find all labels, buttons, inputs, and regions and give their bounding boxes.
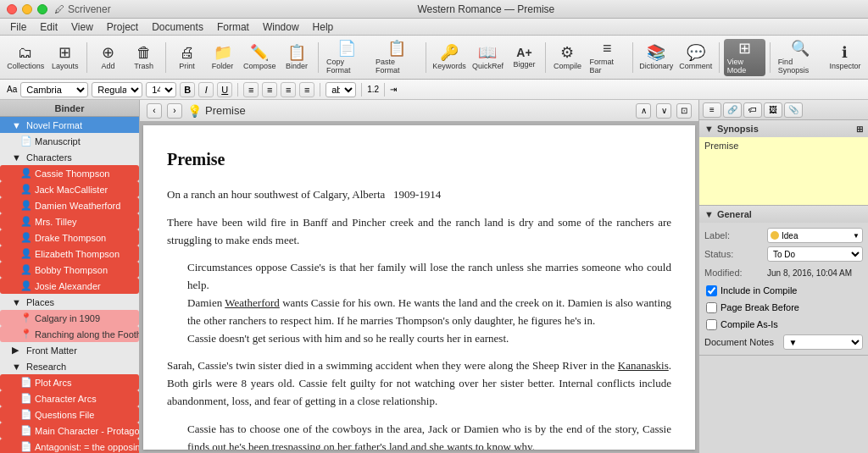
include-compile-checkbox[interactable] (706, 285, 717, 296)
align-right-button[interactable]: ≡ (281, 82, 296, 97)
synopsis-options-button[interactable]: ⊞ (856, 124, 863, 134)
italic-button[interactable]: I (198, 82, 214, 97)
editor-content[interactable]: Premise On a ranch an hour southwest of … (143, 125, 695, 450)
nav-forward-button[interactable]: › (167, 103, 182, 119)
premise-icon: 💡 (187, 104, 202, 118)
traffic-lights[interactable] (7, 4, 47, 14)
binder-item-ranching[interactable]: 📍 Ranching along the Foothils... (0, 326, 139, 342)
add-button[interactable]: ⊕ Add (92, 39, 125, 76)
align-justify-button[interactable]: ≡ (299, 82, 314, 97)
binder-item-elizabeth[interactable]: 👤 Elizabeth Thompson (0, 246, 139, 262)
close-button[interactable] (7, 4, 17, 14)
synopsis-content[interactable]: Premise (699, 137, 868, 205)
inspector-image-button[interactable]: 🖼 (764, 102, 782, 118)
binder-item-questions[interactable]: 📄 Questions File (0, 406, 139, 423)
synopsis-collapse-icon[interactable]: ▼ (704, 124, 714, 134)
binder-button[interactable]: 📋 Binder (280, 39, 314, 76)
menu-project[interactable]: Project (100, 21, 145, 33)
folder-button[interactable]: 📁 Folder (206, 39, 240, 76)
page-break-checkbox[interactable] (706, 302, 717, 313)
layouts-icon: ⊞ (58, 45, 71, 60)
quickref-button[interactable]: 📖 QuickRef (470, 39, 505, 76)
label-select[interactable]: Idea ▼ (767, 228, 863, 243)
binder-item-manuscript[interactable]: 📄 Manuscript (0, 133, 139, 149)
binder-item-research[interactable]: ▼ Research (0, 358, 139, 374)
menu-window[interactable]: Window (256, 21, 306, 33)
menu-view[interactable]: View (64, 21, 100, 33)
view-mode-icon: ⊞ (738, 41, 751, 56)
binder-item-main-character[interactable]: 📄 Main Character - Protagonist (0, 423, 139, 439)
nav-up-button[interactable]: ∧ (636, 103, 651, 119)
align-center-button[interactable]: ≡ (262, 82, 277, 97)
menu-format[interactable]: Format (210, 21, 256, 33)
binder-item-damien[interactable]: 👤 Damien Weatherford (0, 197, 139, 213)
split-button[interactable]: ⊡ (676, 103, 692, 119)
menu-edit[interactable]: Edit (33, 21, 64, 33)
bigger-button[interactable]: A+ Bigger (507, 39, 541, 76)
binder-item-josie[interactable]: 👤 Josie Alexander (0, 278, 139, 294)
nav-down-button[interactable]: ∨ (656, 103, 671, 119)
binder-item-plot-arcs[interactable]: 📄 Plot Arcs (0, 374, 139, 390)
binder-item-mrs-tilley[interactable]: 👤 Mrs. Tilley (0, 213, 139, 229)
font-select[interactable]: Cambria (20, 82, 88, 97)
dictionary-button[interactable]: 📚 Dictionary (637, 39, 676, 76)
menu-file[interactable]: File (3, 21, 33, 33)
binder-item-front-matter[interactable]: ▶ Front Matter (0, 342, 139, 358)
nav-back-button[interactable]: ‹ (147, 103, 162, 119)
general-collapse-icon[interactable]: ▼ (704, 209, 714, 219)
format-bar-icon: ≡ (603, 41, 612, 56)
format-bar-button[interactable]: ≡ Format Bar (586, 39, 628, 76)
person-icon: 👤 (20, 216, 32, 227)
layouts-button[interactable]: ⊞ Layouts (48, 39, 82, 76)
document-notes-select[interactable]: ▼ (783, 334, 864, 350)
size-select[interactable]: 14 (146, 82, 176, 97)
maximize-button[interactable] (37, 4, 47, 14)
binder-item-places[interactable]: ▼ Places (0, 294, 139, 310)
find-synopsis-button[interactable]: 🔍 Find Synopsis (775, 39, 826, 76)
copy-format-button[interactable]: 📄 Copy Format (323, 39, 370, 76)
inspector-tag-button[interactable]: 🏷 (743, 102, 762, 118)
collections-button[interactable]: 🗂 Collections (5, 39, 47, 76)
menu-help[interactable]: Help (306, 21, 341, 33)
binder-item-characters[interactable]: ▼ Characters (0, 149, 139, 165)
binder-item-calgary[interactable]: 📍 Calgary in 1909 (0, 310, 139, 326)
inspector-link-button[interactable]: 🔗 (723, 102, 742, 118)
trash-icon: 🗑 (136, 45, 152, 60)
inspector-button[interactable]: ℹ Inspector (827, 39, 863, 76)
toolbar-sep-1 (86, 42, 87, 73)
doc-icon: 📄 (20, 135, 32, 146)
binder-item-novel-format[interactable]: ▼ Novel Format (0, 117, 139, 133)
spacing-select[interactable]: abc (326, 82, 356, 97)
comment-button[interactable]: 💬 Comment (677, 39, 715, 76)
status-select[interactable]: To Do (767, 246, 863, 262)
compile-button[interactable]: ⚙ Compile (550, 39, 584, 76)
content-para-3: Circumstances oppose Cassie's is that he… (187, 259, 671, 347)
paste-format-button[interactable]: 📋 Paste Format (372, 39, 421, 76)
binder-item-drake[interactable]: 👤 Drake Thompson (0, 229, 139, 246)
print-button[interactable]: 🖨 Print (170, 39, 204, 76)
underline-button[interactable]: U (217, 82, 232, 97)
trash-button[interactable]: 🗑 Trash (127, 39, 161, 76)
format-sep-3 (361, 83, 362, 97)
person-icon: 👤 (20, 168, 32, 179)
add-icon: ⊕ (102, 45, 114, 60)
binder-item-antagonist[interactable]: 📄 Antagonist: = the opposing f... (0, 439, 139, 453)
binder-item-bobby[interactable]: 👤 Bobby Thompson (0, 262, 139, 278)
menu-documents[interactable]: Documents (145, 21, 210, 33)
style-select[interactable]: Regular (92, 82, 142, 97)
view-mode-button[interactable]: ⊞ View Mode (724, 39, 765, 76)
inspector-toolbar: ≡ 🔗 🏷 🖼 📎 (699, 100, 868, 120)
inspector-panel: ≡ 🔗 🏷 🖼 📎 ▼ Synopsis ⊞ Premise ▼ General (698, 100, 868, 453)
minimize-button[interactable] (22, 4, 32, 14)
binder: Binder ▼ Novel Format 📄 Manuscript ▼ Cha… (0, 100, 140, 453)
binder-item-character-arcs[interactable]: 📄 Character Arcs (0, 390, 139, 406)
binder-item-cassie[interactable]: 👤 Cassie Thompson (0, 165, 139, 181)
bold-button[interactable]: B (180, 82, 195, 97)
compose-button[interactable]: ✏️ Compose (242, 39, 279, 76)
binder-item-jack[interactable]: 👤 Jack MacCallister (0, 181, 139, 197)
compile-as-is-checkbox[interactable] (706, 319, 717, 330)
inspector-list-button[interactable]: ≡ (703, 102, 721, 118)
keywords-button[interactable]: 🔑 Keywords (431, 39, 468, 76)
align-left-button[interactable]: ≡ (243, 82, 259, 97)
inspector-attach-button[interactable]: 📎 (784, 102, 803, 118)
